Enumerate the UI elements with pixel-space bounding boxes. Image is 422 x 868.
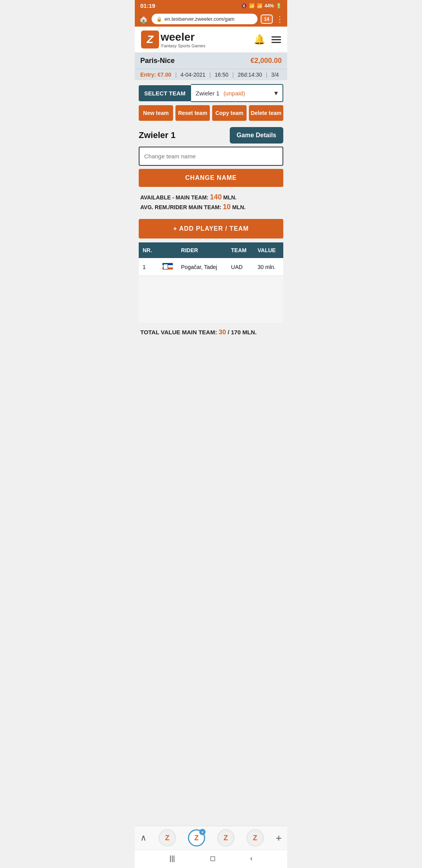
col-header-team: TEAM	[227, 242, 254, 258]
header-icons: 🔔	[254, 34, 281, 45]
tab-item-4[interactable]: Z	[247, 829, 264, 846]
tab-item-1[interactable]: Z	[159, 829, 176, 846]
copy-team-button[interactable]: Copy team	[212, 105, 247, 121]
row-flag	[158, 258, 177, 276]
bell-icon[interactable]: 🔔	[254, 34, 265, 45]
signal-icon: 📶	[257, 3, 263, 9]
wifi-icon: 📶	[249, 3, 255, 9]
race-date: 4-04-2021	[181, 72, 206, 78]
nav-recent-button[interactable]: |||	[170, 854, 175, 863]
col-header-flag	[158, 242, 177, 258]
game-details-button[interactable]: Game Details	[230, 127, 283, 143]
delete-team-button[interactable]: Delete team	[249, 105, 283, 121]
riders-table: NR. RIDER TEAM VALUE 1 Pogačar, Tadej UA…	[139, 242, 283, 276]
row-nr: 1	[139, 258, 158, 276]
dropdown-arrow-icon: ▾	[274, 89, 278, 97]
browser-bar: 🏠 🔒 en.testserver.zweeler.com/gam 14 ⋮	[135, 11, 287, 27]
total-value: TOTAL VALUE MAIN TEAM: 30 / 170 MLN.	[135, 323, 287, 342]
status-time: 01:19	[140, 2, 155, 9]
battery-icon: 🔋	[276, 3, 282, 9]
status-icons: 🔇 📶 📶 44% 🔋	[241, 3, 282, 9]
col-header-rider: RIDER	[177, 242, 227, 258]
team-dropdown[interactable]: Zwieler 1 (unpaid) ▾	[191, 84, 283, 102]
team-name-display: Zwieler 1	[139, 130, 175, 140]
avg-budget-line: AVG. REM./RIDER MAIN TEAM: 10 MLN.	[140, 203, 282, 211]
url-text: en.testserver.zweeler.com/gam	[165, 16, 234, 22]
race-time: 16:50	[215, 72, 228, 78]
battery-text: 44%	[265, 3, 274, 9]
tab-up-icon[interactable]: ∧	[140, 833, 147, 843]
available-budget-line: AVAILABLE - MAIN TEAM: 140 MLN.	[140, 193, 282, 201]
logo-text-area: weeler Fantasy Sports Games	[161, 31, 206, 48]
logo-z-icon: Z	[141, 30, 159, 48]
table-header: NR. RIDER TEAM VALUE	[139, 242, 283, 258]
url-bar[interactable]: 🔒 en.testserver.zweeler.com/gam	[152, 14, 257, 24]
select-team-label: SELECT TEAM	[139, 85, 191, 101]
bottom-tabs: ∧ Z Z ✕ Z Z +	[135, 826, 287, 850]
col-header-nr: NR.	[139, 242, 158, 258]
logo-name: weeler	[161, 31, 195, 43]
select-team-bar: SELECT TEAM Zwieler 1 (unpaid) ▾	[139, 84, 283, 102]
reset-team-button[interactable]: Reset team	[175, 105, 210, 121]
z-tab-icon-4: Z	[253, 834, 257, 842]
change-name-button[interactable]: CHANGE NAME	[139, 169, 283, 187]
slovenia-flag-icon	[162, 263, 173, 270]
team-actions: New team Reset team Copy team Delete tea…	[135, 102, 287, 124]
race-countdown: 26d:14:30	[238, 72, 262, 78]
nav-home-button[interactable]: ◻	[210, 854, 216, 863]
race-name: Paris-Nice	[140, 57, 175, 65]
android-nav: ||| ◻ ‹	[135, 850, 287, 868]
tab-item-3[interactable]: Z	[217, 829, 234, 846]
logo-area: Z weeler Fantasy Sports Games	[141, 30, 206, 48]
race-prize: €2,000.00	[250, 57, 282, 65]
race-slots: 3/4	[271, 72, 279, 78]
budget-info: AVAILABLE - MAIN TEAM: 140 MLN. AVG. REM…	[135, 189, 287, 217]
riders-table-container: NR. RIDER TEAM VALUE 1 Pogačar, Tadej UA…	[135, 242, 287, 323]
selected-team-name: Zwieler 1 (unpaid)	[196, 90, 245, 97]
riders-table-body: 1 Pogačar, Tadej UAD 30 mln.	[139, 258, 283, 276]
row-team: UAD	[227, 258, 254, 276]
entry-bar: Entry: €7.00 | 4-04-2021 | 16:50 | 26d:1…	[135, 69, 287, 80]
mute-icon: 🔇	[241, 3, 247, 9]
tab-item-active[interactable]: Z ✕	[188, 829, 205, 846]
team-header: Zwieler 1 Game Details	[135, 124, 287, 147]
z-tab-icon-3: Z	[224, 834, 228, 842]
add-player-team-button[interactable]: + ADD PLAYER / TEAM	[139, 219, 283, 239]
empty-rows	[139, 276, 283, 323]
table-row: 1 Pogačar, Tadej UAD 30 mln.	[139, 258, 283, 276]
tabs-button[interactable]: 14	[261, 14, 273, 24]
lock-icon: 🔒	[156, 16, 162, 22]
z-tab-icon-active: Z	[194, 834, 198, 842]
logo-tagline: Fantasy Sports Games	[161, 43, 206, 48]
home-icon[interactable]: 🏠	[139, 14, 148, 24]
change-name-section: CHANGE NAME	[135, 147, 287, 189]
team-status: (unpaid)	[224, 90, 245, 97]
status-bar: 01:19 🔇 📶 📶 44% 🔋	[135, 0, 287, 11]
hamburger-menu-icon[interactable]	[272, 36, 281, 43]
race-info: Paris-Nice €2,000.00	[135, 53, 287, 69]
change-team-name-input[interactable]	[139, 147, 283, 166]
new-team-button[interactable]: New team	[139, 105, 173, 121]
z-tab-icon-1: Z	[165, 834, 169, 842]
browser-menu-icon[interactable]: ⋮	[276, 14, 283, 24]
col-header-value: VALUE	[254, 242, 283, 258]
entry-price: Entry: €7.00	[140, 72, 171, 78]
app-header: Z weeler Fantasy Sports Games 🔔	[135, 27, 287, 53]
nav-back-button[interactable]: ‹	[250, 854, 252, 863]
row-rider: Pogačar, Tadej	[177, 258, 227, 276]
close-badge[interactable]: ✕	[199, 829, 206, 835]
row-value: 30 mln.	[254, 258, 283, 276]
new-tab-button[interactable]: +	[276, 832, 282, 844]
